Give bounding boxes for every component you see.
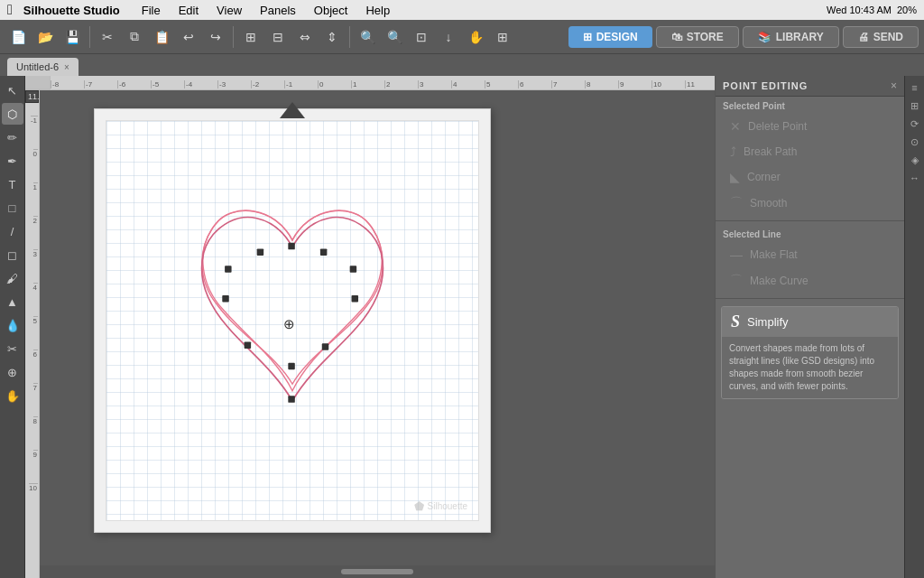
coordinates-display: 11.603 · 4.437 (25, 90, 39, 103)
shapes-tool[interactable]: □ (2, 197, 23, 219)
design-nav-button[interactable]: ⊞ DESIGN (568, 26, 652, 48)
tab-label: Untitled-6 (16, 61, 59, 72)
eraser-tool[interactable]: ◻ (2, 244, 23, 266)
menubar-right-icons: Wed 10:43 AM 20% (827, 5, 917, 15)
redo-button[interactable]: ↪ (203, 24, 228, 50)
svg-rect-9 (225, 266, 231, 272)
fr-tool-5[interactable]: ◈ (907, 152, 923, 168)
menu-view[interactable]: View (209, 2, 249, 19)
menu-bar:  Silhouette Studio File Edit View Panel… (0, 0, 924, 20)
svg-rect-1 (288, 243, 294, 249)
watermark-text: ⬟ Silhouette (414, 499, 467, 513)
svg-rect-5 (322, 343, 328, 350)
undo-button[interactable]: ↩ (176, 24, 201, 50)
panel-divider-2 (716, 298, 904, 299)
panel-close-button[interactable]: × (891, 79, 897, 92)
canvas-area: // Rendered via inline elements below -8… (25, 76, 715, 578)
library-nav-button[interactable]: 📚 LIBRARY (743, 26, 839, 48)
line-tool[interactable]: / (2, 220, 23, 242)
paint-tool[interactable]: 🖌 (2, 267, 23, 289)
make-curve-button[interactable]: ⌒ Make Curve (721, 268, 899, 294)
move-down-button[interactable]: ↓ (436, 24, 461, 50)
zoom-fit-button[interactable]: ⊡ (409, 24, 434, 50)
mirror-h-button[interactable]: ⇔ (292, 24, 318, 50)
pencil-tool[interactable]: ✏ (2, 126, 23, 148)
make-flat-button[interactable]: — Make Flat (721, 243, 899, 266)
nav-buttons-group: ⊞ DESIGN 🛍 STORE 📚 LIBRARY 🖨 SEND (568, 26, 919, 48)
eyedrop-tool[interactable]: 💧 (2, 314, 23, 336)
panel-title: POINT EDITING (723, 80, 808, 91)
app-name: Silhouette Studio (23, 4, 120, 17)
svg-rect-10 (350, 266, 356, 272)
delete-point-icon: ✕ (730, 119, 741, 134)
store-bag-icon: 🛍 (671, 31, 682, 43)
smooth-icon: ⌒ (730, 195, 743, 211)
select-tool[interactable]: ↖ (2, 79, 23, 101)
panel-header: POINT EDITING × (716, 76, 904, 97)
tab-close-button[interactable]: × (64, 62, 69, 72)
scroll-indicator[interactable] (40, 565, 715, 578)
menu-file[interactable]: File (134, 2, 168, 19)
fill-tool[interactable]: ▲ (2, 291, 23, 312)
pen-tool[interactable]: ✒ (2, 150, 23, 172)
mirror-v-button[interactable]: ⇕ (319, 24, 345, 50)
corner-icon: ◣ (730, 170, 740, 184)
delete-point-button[interactable]: ✕ Delete Point (721, 115, 899, 138)
save-button[interactable]: 💾 (60, 24, 85, 50)
zoom-out-button[interactable]: 🔍 (382, 24, 407, 50)
crop-tool[interactable]: ✂ (2, 338, 23, 359)
fr-tool-6[interactable]: ↔ (907, 170, 923, 186)
fr-tool-1[interactable]: ≡ (907, 79, 923, 96)
svg-rect-11 (288, 396, 294, 402)
main-toolbar: 📄 📂 💾 ✂ ⧉ 📋 ↩ ↪ ⊞ ⊟ ⇔ ⇕ 🔍 🔍 ⊡ ↓ ✋ ⊞ ⊞ DE… (0, 20, 924, 54)
cutting-mat: ⊕ ⬟ Silhouette (94, 108, 491, 533)
fr-tool-3[interactable]: ⟳ (907, 116, 923, 132)
new-button[interactable]: 📄 (5, 24, 31, 50)
svg-text:⊕: ⊕ (283, 316, 295, 331)
svg-rect-6 (352, 295, 358, 302)
add-point-button[interactable]: ⊞ (490, 24, 515, 50)
copy-button[interactable]: ⧉ (122, 24, 147, 50)
text-tool[interactable]: T (2, 173, 23, 195)
group-button[interactable]: ⊞ (238, 24, 263, 50)
svg-rect-7 (257, 248, 263, 255)
selected-point-label: Selected Point (716, 97, 904, 114)
break-path-button[interactable]: ⤴ Break Path (721, 140, 899, 163)
selected-line-label: Selected Line (716, 225, 904, 242)
svg-rect-8 (320, 248, 327, 255)
menu-edit[interactable]: Edit (171, 2, 206, 19)
paste-button[interactable]: 📋 (149, 24, 174, 50)
ungroup-button[interactable]: ⊟ (265, 24, 291, 50)
left-tool-sidebar: ↖ ⬡ ✏ ✒ T □ / ◻ 🖌 ▲ 💧 ✂ ⊕ ✋ (0, 76, 25, 578)
open-button[interactable]: 📂 (32, 24, 58, 50)
store-nav-button[interactable]: 🛍 STORE (656, 26, 739, 48)
menu-object[interactable]: Object (307, 2, 356, 19)
cut-button[interactable]: ✂ (95, 24, 120, 50)
zoom-tool[interactable]: ⊕ (2, 361, 23, 383)
simplify-button[interactable]: S Simplify (722, 307, 898, 337)
make-curve-icon: ⌒ (730, 273, 743, 289)
ruler-corner (25, 76, 51, 89)
send-nav-button[interactable]: 🖨 SEND (843, 26, 919, 48)
battery-display: 20% (897, 5, 917, 15)
horizontal-ruler: // Rendered via inline elements below -8… (25, 76, 715, 90)
corner-button[interactable]: ◣ Corner (721, 165, 899, 189)
simplify-description: Convert shapes made from lots of straigh… (722, 337, 898, 398)
fr-tool-2[interactable]: ⊞ (907, 98, 923, 114)
svg-rect-4 (288, 363, 294, 369)
menu-panels[interactable]: Panels (253, 2, 303, 19)
menu-help[interactable]: Help (358, 2, 397, 19)
hand-tool[interactable]: ✋ (2, 385, 23, 406)
simplify-s-icon: S (731, 312, 740, 331)
panel-divider-1 (716, 220, 904, 221)
canvas-container[interactable]: ⊕ ⬟ Silhouette (40, 90, 715, 578)
zoom-in-button[interactable]: 🔍 (355, 24, 380, 50)
fr-tool-4[interactable]: ⊙ (907, 134, 923, 150)
document-tab[interactable]: Untitled-6 × (7, 58, 79, 76)
toolbar-separator-1 (89, 26, 90, 48)
send-printer-icon: 🖨 (858, 31, 869, 43)
pan-button[interactable]: ✋ (463, 24, 488, 50)
point-edit-tool[interactable]: ⬡ (2, 103, 23, 125)
svg-rect-3 (245, 341, 251, 348)
smooth-button[interactable]: ⌒ Smooth (721, 191, 899, 216)
